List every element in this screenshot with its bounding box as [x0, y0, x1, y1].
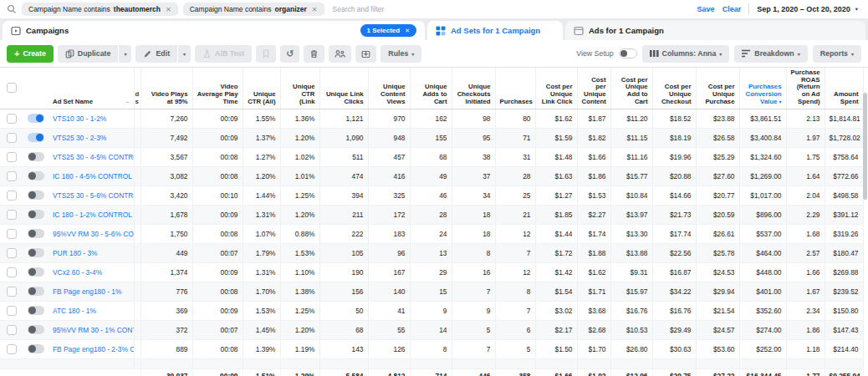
duplicate-caret-button[interactable]: ▾ — [119, 45, 131, 63]
ad-set-name-link[interactable]: VTS25 30 - 4-5% CONTROL — [53, 153, 134, 161]
tab-campaigns[interactable]: Campaigns 1 Selected ✕ — [3, 21, 425, 40]
edit-button[interactable]: Edit — [135, 45, 177, 63]
column-header-roas[interactable]: Purchase ROAS (Return on Ad Spend) — [786, 68, 825, 109]
column-header-cpuatc[interactable]: Cost per Unique Add to Cart — [610, 68, 652, 109]
ad-set-toggle[interactable] — [28, 248, 44, 257]
audience-button[interactable] — [329, 45, 351, 63]
column-header-pcv[interactable]: Purchases Conversion Value▾ — [739, 68, 786, 109]
duplicate-button[interactable]: Duplicate — [58, 45, 119, 63]
metric-cell: 46 — [410, 185, 452, 205]
ad-set-toggle[interactable] — [28, 267, 44, 277]
row-checkbox[interactable] — [7, 306, 17, 316]
ad-set-name-link[interactable]: IC 180 - 1-2% CONTROL — [53, 211, 132, 219]
ad-set-toggle[interactable] — [28, 344, 44, 353]
delete-button[interactable] — [304, 45, 324, 63]
row-checkbox[interactable] — [7, 248, 17, 258]
column-header-cpulc[interactable]: Cost per Unique Link Click — [535, 68, 577, 109]
clear-filter-link[interactable]: Clear — [722, 5, 742, 13]
columns-button[interactable]: Columns: Anna ▾ — [642, 45, 730, 63]
column-header-uatc[interactable]: Unique Adds to Cart — [410, 68, 452, 109]
clipped-cell — [134, 301, 140, 320]
create-button[interactable]: + Create — [7, 45, 54, 63]
row-checkbox[interactable] — [7, 344, 17, 354]
tab-ads[interactable]: Ads for 1 Campaign — [565, 21, 865, 40]
ab-test-button[interactable]: A/B Test — [195, 45, 252, 63]
row-checkbox[interactable] — [7, 191, 17, 201]
column-header-cpuch[interactable]: Cost per Unique Checkout — [652, 68, 696, 109]
column-header-uctr_link[interactable]: Unique CTR (Link — [280, 68, 319, 109]
ad-set-name-link[interactable]: VCx2 60 - 3-4% — [53, 268, 102, 277]
ad-set-toggle[interactable] — [28, 171, 44, 180]
column-header-cpup[interactable]: Cost per Unique Purchase — [696, 68, 739, 109]
ad-set-name-link[interactable]: PUR 180 - 3% — [53, 249, 98, 257]
table-row: VTS25 30 - 2-3%7,49200:091.37%1.20%1,090… — [0, 128, 863, 147]
metric-cell: 1,121 — [319, 109, 368, 128]
column-header-pur[interactable]: Purchases — [495, 68, 535, 109]
filter-chip-organizer[interactable]: Campaign Name contains organizer ✕ — [183, 3, 324, 16]
close-icon[interactable]: ✕ — [166, 6, 171, 13]
results-summary[interactable]: ›Results from 74 ad setsⓘ — [4, 372, 136, 376]
column-header-vp95[interactable]: Video Plays at 95% — [140, 68, 192, 109]
column-header-ulc[interactable]: Unique Link Clicks — [319, 68, 368, 109]
ad-set-toggle[interactable] — [28, 229, 44, 238]
ad-set-name-link[interactable]: VTS25 30 - 5-6% CONTROL — [53, 191, 134, 200]
scrollbar-thumb[interactable] — [863, 93, 867, 200]
row-checkbox[interactable] — [7, 325, 17, 335]
ad-set-toggle[interactable] — [28, 114, 44, 123]
ad-set-name-link[interactable]: IC 180 - 4-5% CONTROL — [53, 172, 132, 180]
ad-set-name-link[interactable]: VTS25 30 - 2-3% — [53, 134, 106, 142]
column-header-uctr_all[interactable]: Unique CTR (All) — [243, 68, 280, 109]
view-setup-toggle[interactable] — [619, 48, 637, 58]
reports-button[interactable]: Reports ▾ — [813, 45, 861, 63]
table-row: 95%VV RM 30 - 1% CONTR...37200:071.45%1.… — [0, 320, 863, 339]
column-header-cpuc[interactable]: Cost per Unique Content — [577, 68, 610, 109]
select-all-checkbox[interactable] — [0, 68, 23, 109]
breakdown-button[interactable]: Breakdown ▾ — [734, 45, 807, 63]
column-header-spent[interactable]: Amount Spent — [825, 68, 863, 109]
close-icon[interactable]: ✕ — [405, 28, 410, 34]
column-header-name[interactable]: Ad Set Name– — [49, 68, 134, 109]
row-checkbox[interactable] — [7, 152, 17, 162]
rules-button[interactable]: Rules ▾ — [380, 45, 421, 63]
metric-cell: 143 — [319, 339, 368, 358]
checkbox[interactable] — [7, 83, 17, 93]
ad-set-name-link[interactable]: 95%VV RM 30 - 1% CONTR... — [53, 326, 134, 334]
edit-caret-button[interactable]: ▾ — [178, 45, 191, 63]
row-checkbox[interactable] — [7, 267, 17, 277]
export-button[interactable] — [355, 45, 376, 63]
ad-set-toggle[interactable] — [28, 133, 44, 142]
row-checkbox[interactable] — [7, 133, 17, 143]
row-checkbox[interactable] — [7, 114, 17, 124]
vertical-scrollbar[interactable] — [863, 93, 867, 368]
tab-ad-sets[interactable]: Ad Sets for 1 Campaign — [427, 21, 563, 40]
column-header-vapt[interactable]: Video Average Play Time — [192, 68, 243, 109]
close-icon[interactable]: ✕ — [312, 6, 318, 13]
metric-cell: $1.59 — [535, 128, 577, 147]
filter-chip-theautomerch[interactable]: Campaign Name contains theautomerch ✕ — [22, 3, 178, 16]
date-range-picker[interactable]: Sep 1, 2020 – Oct 20, 2020 ▾ — [757, 5, 861, 13]
ad-set-toggle[interactable] — [28, 325, 44, 334]
ad-set-name-link[interactable]: 95%VV RM 30 - 5-6% CONT... — [53, 230, 134, 238]
undo-button[interactable]: ↺ — [280, 45, 299, 63]
ad-set-toggle[interactable] — [28, 191, 44, 200]
column-header-uci[interactable]: Unique Checkouts Initiated — [452, 68, 495, 109]
row-checkbox[interactable] — [7, 229, 17, 239]
ad-set-name-link[interactable]: FB Page eng180 - 2-3% CO... — [53, 345, 134, 353]
pin-button[interactable] — [256, 45, 276, 63]
row-checkbox[interactable] — [7, 171, 17, 181]
column-header-ucv[interactable]: Unique Content Views — [368, 68, 410, 109]
metric-cell: $150.80 — [825, 301, 863, 320]
row-checkbox[interactable] — [7, 287, 17, 297]
metric-cell: 7,492 — [140, 128, 192, 147]
ad-set-name-link[interactable]: VTS10 30 - 1-2% — [53, 114, 106, 123]
ad-set-name-link[interactable]: FB Page eng180 - 1% — [53, 287, 121, 296]
ad-set-toggle[interactable] — [28, 152, 44, 161]
save-filter-link[interactable]: Save — [697, 5, 715, 13]
ad-set-toggle[interactable] — [28, 287, 44, 296]
row-checkbox[interactable] — [7, 210, 17, 220]
ad-set-toggle[interactable] — [28, 306, 44, 315]
selected-count-badge[interactable]: 1 Selected ✕ — [360, 24, 416, 37]
ad-set-name-link[interactable]: ATC 180 - 1% — [53, 307, 96, 315]
search-input[interactable]: Search and filter — [333, 5, 692, 13]
ad-set-toggle[interactable] — [28, 210, 44, 219]
